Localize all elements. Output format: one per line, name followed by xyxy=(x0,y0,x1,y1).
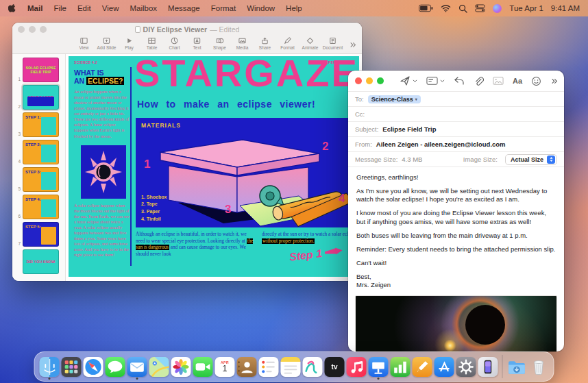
slide-title[interactable]: STARGAZER xyxy=(134,56,359,95)
slide-subtitle[interactable]: How to make an eclipse viewer! xyxy=(137,99,315,110)
eclipse-photo-attachment[interactable] xyxy=(355,295,557,351)
emoji-icon[interactable] xyxy=(531,76,541,86)
insert-photo-icon[interactable] xyxy=(493,76,504,86)
tool-text[interactable]: Text xyxy=(186,36,208,50)
tool-add-slide[interactable]: Add Slide xyxy=(95,36,118,50)
dock-item-messages[interactable] xyxy=(106,357,125,377)
slide-paragraph-2[interactable]: A solar eclipse happens when the moon bl… xyxy=(74,203,130,258)
tool-play[interactable]: Play xyxy=(118,36,140,50)
zoom-button[interactable] xyxy=(40,26,47,33)
close-button[interactable] xyxy=(18,26,25,33)
dock-item-facetime[interactable] xyxy=(193,357,213,377)
menu-view[interactable]: View xyxy=(102,4,119,12)
slide-thumbnail-7[interactable]: STEP 5: xyxy=(23,222,59,247)
send-chevron-icon[interactable] xyxy=(413,79,417,83)
from-field[interactable]: From: Aileen Zeigen - aileen.zeigen@iclo… xyxy=(348,136,564,151)
header-fields-icon[interactable] xyxy=(426,76,438,86)
tool-format[interactable]: Format xyxy=(276,36,299,50)
battery-icon[interactable] xyxy=(419,4,433,12)
dock-item-photos[interactable] xyxy=(171,357,191,377)
dock-item-tv[interactable]: tv xyxy=(325,357,345,377)
close-button[interactable] xyxy=(355,77,362,84)
attach-icon[interactable] xyxy=(474,76,484,86)
search-icon[interactable] xyxy=(458,4,467,13)
window-title: DIY Eclipse Viewer xyxy=(143,25,208,34)
dock-item-maps[interactable] xyxy=(149,357,169,377)
menu-help[interactable]: Help xyxy=(286,4,302,12)
slide-thumbnail-5[interactable]: STEP 3: xyxy=(23,167,59,192)
more-tools-icon[interactable] xyxy=(349,39,356,51)
dock-item-freeform[interactable] xyxy=(303,357,323,377)
dock-item-music[interactable] xyxy=(347,357,367,377)
minimize-button[interactable] xyxy=(366,77,373,84)
dock-item-notes[interactable] xyxy=(281,357,301,377)
more-icon[interactable] xyxy=(550,77,558,85)
slide-thumbnail-1[interactable]: SOLAR ECLIPSE FIELD TRIP xyxy=(23,58,59,82)
to-recipient-token[interactable]: Science-Class▾ xyxy=(368,95,421,103)
subject-field[interactable]: Subject: Eclipse Field Trip xyxy=(348,121,564,136)
menu-mailbox[interactable]: Mailbox xyxy=(130,4,157,12)
menu-app-name[interactable]: Mail xyxy=(27,4,42,12)
dock-item-mail[interactable] xyxy=(127,357,147,377)
wifi-icon[interactable] xyxy=(441,4,451,12)
menu-bar-time[interactable]: 9:41 AM xyxy=(551,4,580,12)
dock-item-trash[interactable] xyxy=(529,357,549,377)
slide-thumbnail-4[interactable]: STEP 2: xyxy=(23,140,59,164)
menu-window[interactable]: Window xyxy=(247,4,275,12)
message-body[interactable]: Greetings, earthlings! As I'm sure you a… xyxy=(348,166,564,290)
dock-item-safari[interactable] xyxy=(84,357,103,377)
minimize-button[interactable] xyxy=(29,26,36,33)
dock-item-reminders[interactable] xyxy=(259,357,279,377)
tool-chart[interactable]: Chart xyxy=(163,36,186,50)
reply-icon[interactable] xyxy=(454,76,465,86)
slide-2-stargazer[interactable]: SCIENCE 4.2 EXPERIMENT #11 WHAT IS AN EC… xyxy=(69,56,359,277)
dock-item-pages[interactable] xyxy=(413,357,432,377)
menu-bar-date[interactable]: Tue Apr 1 xyxy=(509,4,543,12)
dock-item-keynote[interactable] xyxy=(369,357,389,377)
dock-item-calendar[interactable]: APR1 xyxy=(215,357,235,377)
tool-label: Chart xyxy=(169,45,180,50)
slide-left-column[interactable]: WHAT IS AN ECLIPSE? An eclipse happens w… xyxy=(74,69,130,258)
tool-media[interactable]: Media xyxy=(231,36,254,50)
slide-thumbnail-8[interactable]: DID YOU KNOW xyxy=(23,249,59,274)
apple-menu-icon[interactable] xyxy=(8,3,16,13)
tool-view[interactable]: View xyxy=(73,36,95,50)
materials-box[interactable]: MATERIALS xyxy=(136,118,355,227)
menu-format[interactable]: Format xyxy=(211,4,236,12)
subject-value: Eclipse Field Trip xyxy=(382,125,436,133)
slide-thumbnail-2-selected[interactable]: STARGAZER xyxy=(23,85,59,110)
dock-item-system-settings[interactable] xyxy=(456,357,476,377)
slide-paragraph-1[interactable]: An eclipse happens when a moon or planet… xyxy=(74,89,130,138)
dock-item-downloads[interactable] xyxy=(507,357,527,377)
tool-table[interactable]: Table xyxy=(140,36,163,50)
control-center-icon[interactable] xyxy=(475,4,485,12)
tool-shape[interactable]: Shape xyxy=(208,36,231,50)
siri-icon[interactable] xyxy=(493,4,502,13)
image-size-dropdown[interactable]: Actual Size xyxy=(505,154,557,165)
thumbnail-row-5: 5 STEP 3: xyxy=(12,166,65,193)
dock-item-launchpad[interactable] xyxy=(62,357,82,377)
dock-item-numbers[interactable] xyxy=(391,357,411,377)
menu-message[interactable]: Message xyxy=(168,4,200,12)
dock-item-iphone-mirroring[interactable] xyxy=(478,357,498,377)
slide-course-label[interactable]: SCIENCE 4.2 xyxy=(74,60,97,64)
send-icon[interactable] xyxy=(400,75,411,86)
menu-edit[interactable]: Edit xyxy=(77,4,91,12)
image-size-value: Actual Size xyxy=(511,156,543,163)
slide-heading[interactable]: WHAT IS AN ECLIPSE? xyxy=(74,69,130,85)
zoom-button[interactable] xyxy=(377,77,384,84)
dock-item-finder[interactable] xyxy=(40,357,60,377)
eclipse-sun-illustration[interactable] xyxy=(81,145,126,199)
tool-document[interactable]: Document xyxy=(321,36,344,50)
dock-item-contacts[interactable] xyxy=(237,357,257,377)
menu-file[interactable]: File xyxy=(53,4,66,12)
slide-thumbnail-6[interactable]: STEP 4: xyxy=(23,195,59,219)
header-chevron-icon[interactable] xyxy=(440,79,445,83)
dock-item-app-store[interactable] xyxy=(434,357,454,377)
tool-animate[interactable]: Animate xyxy=(299,36,321,50)
to-field[interactable]: To: Science-Class▾ xyxy=(348,91,564,106)
tool-share[interactable]: Share xyxy=(254,36,276,50)
cc-field[interactable]: Cc: xyxy=(348,106,564,121)
format-aa-icon[interactable]: Aa xyxy=(513,77,522,85)
slide-thumbnail-3[interactable]: STEP 1: xyxy=(23,112,59,137)
